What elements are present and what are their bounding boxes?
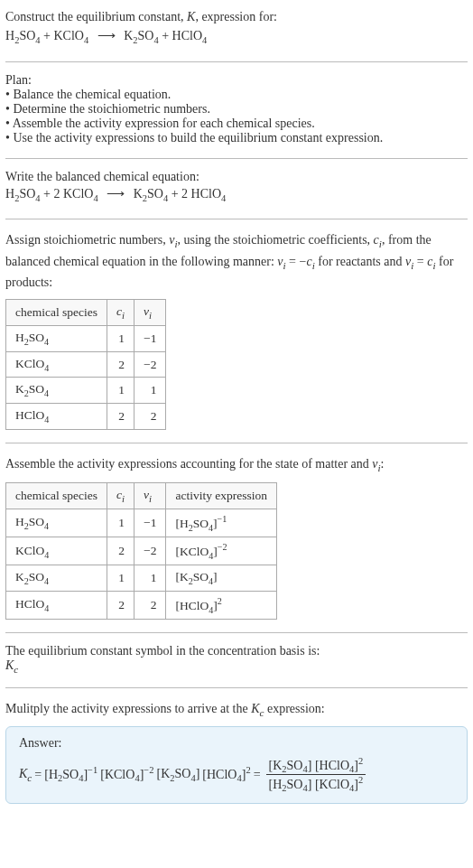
col-nu: νi bbox=[134, 300, 166, 326]
intro-k: K bbox=[187, 10, 195, 23]
balanced-section: Write the balanced chemical equation: H2… bbox=[5, 170, 468, 207]
species-hclo4: HClO4 bbox=[191, 187, 227, 201]
divider bbox=[5, 219, 468, 219]
kc-intro-line: The equilibrium constant symbol in the c… bbox=[5, 644, 468, 658]
col-nu: νi bbox=[134, 483, 166, 509]
plus: + bbox=[168, 187, 181, 201]
cell-nu: 1 bbox=[134, 565, 166, 592]
plus: + bbox=[159, 29, 172, 42]
kc-symbol: Kc bbox=[5, 658, 468, 675]
table-row: K2SO4 1 1 [K2SO4] bbox=[6, 565, 277, 592]
cell-ci: 2 bbox=[107, 404, 134, 430]
plan-item: • Determine the stoichiometric numbers. bbox=[5, 102, 468, 117]
multiply-section: Mulitply the activity expressions to arr… bbox=[5, 699, 468, 804]
cell-species: HClO4 bbox=[6, 592, 107, 620]
divider bbox=[5, 687, 468, 688]
table-row: H2SO4 1 −1 bbox=[6, 326, 166, 352]
col-species: chemical species bbox=[6, 483, 107, 509]
cell-species: K2SO4 bbox=[6, 565, 107, 592]
stoich-table: chemical species ci νi H2SO4 1 −1 KClO4 … bbox=[5, 299, 166, 429]
stoich-section: Assign stoichiometric numbers, νi, using… bbox=[5, 230, 468, 430]
species-kclo4: KClO4 bbox=[53, 29, 88, 42]
cell-ci: 2 bbox=[107, 592, 134, 620]
table-header-row: chemical species ci νi activity expressi… bbox=[6, 483, 277, 509]
intro-line: Construct the equilibrium constant, K, e… bbox=[5, 7, 468, 26]
table-header-row: chemical species ci νi bbox=[6, 300, 166, 326]
table-row: HClO4 2 2 bbox=[6, 404, 166, 430]
species-h2so4: H2SO4 bbox=[5, 29, 41, 42]
cell-nu: 2 bbox=[134, 404, 166, 430]
col-species: chemical species bbox=[6, 300, 107, 326]
plan-item: • Balance the chemical equation. bbox=[5, 88, 468, 102]
cell-species: KClO4 bbox=[6, 537, 107, 565]
divider bbox=[5, 443, 468, 443]
cell-nu: 2 bbox=[134, 592, 166, 620]
cell-activity: [KClO4]−2 bbox=[166, 537, 277, 565]
cell-nu: −1 bbox=[134, 326, 166, 352]
species-kclo4: KClO4 bbox=[63, 187, 98, 201]
balanced-equation: H2SO4 + 2 KClO4 ⟶ K2SO4 + 2 HClO4 bbox=[5, 184, 468, 207]
cell-activity: [HClO4]2 bbox=[166, 592, 277, 620]
species-h2so4: H2SO4 bbox=[5, 187, 41, 201]
cell-activity: [K2SO4] bbox=[166, 565, 277, 592]
answer-label: Answer: bbox=[19, 736, 454, 751]
species-hclo4: HClO4 bbox=[172, 29, 208, 42]
cell-nu: −2 bbox=[134, 537, 166, 565]
col-ci: ci bbox=[107, 300, 134, 326]
cell-species: K2SO4 bbox=[6, 378, 107, 404]
cell-ci: 1 bbox=[107, 565, 134, 592]
multiply-line: Mulitply the activity expressions to arr… bbox=[5, 699, 468, 721]
activity-title: Assemble the activity expressions accoun… bbox=[5, 454, 468, 476]
cell-species: KClO4 bbox=[6, 351, 107, 378]
coef: 2 bbox=[53, 187, 63, 201]
intro-text-a: Construct the equilibrium constant, bbox=[5, 10, 187, 23]
divider bbox=[5, 61, 468, 62]
table-row: H2SO4 1 −1 [H2SO4]−1 bbox=[6, 509, 277, 537]
cell-activity: [H2SO4]−1 bbox=[166, 509, 277, 537]
cell-ci: 2 bbox=[107, 537, 134, 565]
plan-title: Plan: bbox=[5, 73, 468, 88]
table-row: KClO4 2 −2 [KClO4]−2 bbox=[6, 537, 277, 565]
intro-section: Construct the equilibrium constant, K, e… bbox=[5, 7, 468, 49]
col-ci: ci bbox=[107, 483, 134, 509]
coef: 2 bbox=[181, 187, 191, 201]
cell-ci: 1 bbox=[107, 326, 134, 352]
stoich-para: Assign stoichiometric numbers, νi, using… bbox=[5, 230, 468, 292]
arrow-icon: ⟶ bbox=[107, 184, 125, 204]
intro-text-b: , expression for: bbox=[195, 10, 277, 23]
plus: + bbox=[41, 29, 54, 42]
answer-box: Answer: Kc = [H2SO4]−1 [KClO4]−2 [K2SO4]… bbox=[5, 726, 468, 804]
table-row: K2SO4 1 1 bbox=[6, 378, 166, 404]
col-activity: activity expression bbox=[166, 483, 277, 509]
cell-nu: 1 bbox=[134, 378, 166, 404]
kc-expression: Kc = [H2SO4]−1 [KClO4]−2 [K2SO4] [HClO4]… bbox=[19, 756, 454, 794]
cell-species: HClO4 bbox=[6, 404, 107, 430]
divider bbox=[5, 632, 468, 633]
cell-ci: 2 bbox=[107, 351, 134, 378]
divider bbox=[5, 158, 468, 159]
activity-section: Assemble the activity expressions accoun… bbox=[5, 454, 468, 621]
cell-ci: 1 bbox=[107, 509, 134, 537]
cell-species: H2SO4 bbox=[6, 326, 107, 352]
table-row: KClO4 2 −2 bbox=[6, 351, 166, 378]
species-k2so4: K2SO4 bbox=[134, 187, 169, 201]
cell-nu: −1 bbox=[134, 509, 166, 537]
plus: + bbox=[41, 187, 54, 201]
activity-table: chemical species ci νi activity expressi… bbox=[5, 482, 277, 620]
table-row: HClO4 2 2 [HClO4]2 bbox=[6, 592, 277, 620]
plan-item: • Use the activity expressions to build … bbox=[5, 131, 468, 145]
cell-nu: −2 bbox=[134, 351, 166, 378]
plan-item: • Assemble the activity expression for e… bbox=[5, 117, 468, 131]
balanced-title: Write the balanced chemical equation: bbox=[5, 170, 468, 184]
kc-intro-section: The equilibrium constant symbol in the c… bbox=[5, 644, 468, 675]
fraction: [K2SO4] [HClO4]2 [H2SO4] [KClO4]2 bbox=[266, 756, 366, 794]
cell-species: H2SO4 bbox=[6, 509, 107, 537]
cell-ci: 1 bbox=[107, 378, 134, 404]
species-k2so4: K2SO4 bbox=[124, 29, 159, 42]
arrow-icon: ⟶ bbox=[97, 26, 116, 46]
unbalanced-equation: H2SO4 + KClO4 ⟶ K2SO4 + HClO4 bbox=[5, 26, 468, 49]
plan-section: Plan: • Balance the chemical equation. •… bbox=[5, 73, 468, 145]
